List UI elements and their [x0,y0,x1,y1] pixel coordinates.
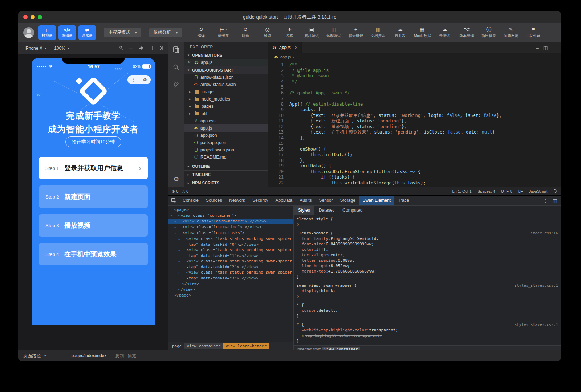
css-property[interactable]: font-family:PingFangSC-Semibold; [297,236,558,241]
simulator-button[interactable]: ▯模拟器 [38,25,56,40]
section-npm-scripts[interactable]: ▸NPM SCRIPTS [184,179,268,187]
file-row[interactable]: JSapp.js [184,124,268,132]
dom-tree-node[interactable]: ▸<view class="learn-header">…</view> [168,219,293,224]
style-rule[interactable]: element.style {} [294,215,561,229]
miniprogram-mode-dropdown[interactable]: 小程序模式▾ [104,28,141,37]
capsule-menu-button[interactable]: ⋮ [127,75,139,84]
stylesheet-source-link[interactable]: styles_slaves.css:1 [515,322,558,327]
devtools-tab-sensor[interactable]: Sensor [316,196,337,205]
cloud-dev-button[interactable]: ☁云开发 [392,26,409,38]
file-row[interactable]: <>arrow-status.swan [184,81,268,88]
open-changes-icon[interactable]: ≡ [536,45,539,50]
file-row[interactable]: {}arrow-status.json [184,74,268,81]
css-property[interactable]: text-align:center; [297,252,558,258]
preview-path-button[interactable]: 预览 [127,353,136,359]
css-property[interactable]: -webkit-tap-highlight-color:transparent; [297,327,558,333]
user-avatar[interactable] [23,27,34,38]
styles-tab-styles[interactable]: Styles [294,206,314,215]
dom-tree-node[interactable]: ▸<view class="learn-time">…</view> [168,224,293,230]
close-icon[interactable]: ✕ [294,45,298,50]
compile-button[interactable]: ↻编译 [193,26,210,38]
dom-tree-node[interactable]: ▸<view class="task status-pending swan-s… [168,258,293,270]
file-row[interactable]: {}app.json [184,132,268,139]
devtools-tab-console[interactable]: Console [179,196,202,205]
more-options-icon[interactable]: ⋮ [543,198,548,204]
dependency-analysis-dropdown[interactable]: 依赖分析▾ [149,28,182,37]
inspect-element-icon[interactable] [168,198,179,203]
open-editor-item[interactable]: ✕ JS app.js [184,59,268,66]
file-row[interactable]: ⓘREADME.md [184,154,268,161]
dom-breadcrumb-item[interactable]: view.learn-header [223,343,269,349]
bell-icon[interactable] [553,189,557,194]
open-editors-header[interactable]: ▾ OPEN EDITORS [184,52,268,59]
close-icon[interactable]: ✕ [188,59,192,66]
dom-tree-node[interactable]: ▸<view class="task status-pending swan-s… [168,270,293,281]
dom-tree-node[interactable]: ▾<view class="learn-tasks"> [168,230,293,236]
dom-tree-node[interactable]: ▾<page> [168,207,293,213]
dom-breadcrumb-item[interactable]: view.container [184,343,223,349]
user-login-icon[interactable] [118,45,123,51]
publish-button[interactable]: ✈发布 [281,26,298,38]
dom-tree-node[interactable]: </view> [168,281,293,287]
editor-button[interactable]: </>编辑器 [58,25,76,40]
cursor-position[interactable]: Ln 1, Col 1 [452,189,472,193]
search-suggest-button[interactable]: ⌖搜索建议 [348,26,364,38]
file-row[interactable]: ▸util [184,110,268,117]
version-control-button[interactable]: ⌥版本管理 [458,26,475,38]
devtools-tab-network[interactable]: Network [226,196,249,205]
collapse-panel-icon[interactable] [159,45,164,51]
devtools-tab-appdata[interactable]: AppData [272,196,296,205]
style-rule[interactable]: styles_slaves.css:1* {-webkit-tap-highli… [294,320,561,346]
errors-indicator[interactable]: ⊘ 0 [172,189,178,194]
devtools-tab-audits[interactable]: Audits [296,196,315,205]
refresh-button[interactable]: ↺刷新 [237,26,254,38]
inherited-selector-chip[interactable]: view.container [322,347,360,350]
feedback-button[interactable]: ✎问题反馈 [503,26,519,38]
css-property[interactable]: line-height:8.052vw; [297,263,558,269]
style-rule[interactable]: * {cursor:default;} [294,301,561,320]
css-property[interactable]: font-size:6.843999999999999vw; [297,241,558,247]
device-select[interactable]: iPhone X ▾ [22,46,49,51]
eol[interactable]: LF [518,189,523,193]
search-icon[interactable] [172,63,180,73]
debugger-button[interactable]: ⇄调试器 [78,25,96,40]
settings-gear-icon[interactable]: ⚙ [173,175,179,183]
more-actions-icon[interactable]: ⋯ [552,45,557,50]
clear-cache-button[interactable]: ▤▾清缓存 [215,26,232,38]
devtools-tab-swan-element[interactable]: Swan Element [359,196,394,205]
page-path-label[interactable]: 页面路径 [23,353,41,359]
git-branch-icon[interactable] [172,81,180,90]
remote-debug-button[interactable]: ◫远程调试 [325,26,342,38]
devtools-tab-security[interactable]: Security [249,196,272,205]
copy-path-button[interactable]: 复制 [115,353,124,359]
section-outline[interactable]: ▸OUTLINE [184,162,268,170]
real-device-debug-button[interactable]: ▣真机调试 [303,26,320,38]
language-mode[interactable]: JavaScript [529,189,547,193]
css-property[interactable]: letter-spacing:0.08vw; [297,258,558,263]
step-card[interactable]: Step 2新建页面 [39,185,148,208]
dom-tree-node[interactable]: </view> [168,287,293,293]
file-row[interactable]: ▸pages [184,103,268,110]
style-rule[interactable]: styles_slaves.css:1swan-view, swan-wrapp… [294,281,561,301]
devtools-tab-sources[interactable]: Sources [202,196,226,205]
cloud-test-button[interactable]: ☁云测试 [436,26,453,38]
dom-breadcrumb-item[interactable]: page [170,343,184,349]
css-property[interactable]: cursor:default; [297,308,558,313]
stylesheet-source-link[interactable]: styles_slaves.css:1 [515,283,558,288]
explorer-icon[interactable] [172,46,180,55]
section-timeline[interactable]: ▸TIMELINE [184,170,268,179]
stylesheet-source-link[interactable]: index.css:16 [531,230,558,236]
encoding[interactable]: UTF-8 [501,189,512,193]
devtools-tab-trace[interactable]: Trace [394,196,413,205]
style-rule[interactable]: index.css:16.learn-header {font-family:P… [294,229,561,281]
split-editor-icon[interactable]: ◫ [543,45,548,50]
css-property[interactable]: display:block; [297,288,558,294]
css-property[interactable]: ⚠tap-highlight-color:transparent; [297,333,558,338]
dev-guide-button[interactable]: ⚑开发引导 [525,26,541,38]
step-card[interactable]: Step 4在手机中预览效果 [39,243,148,265]
dom-tree-node[interactable]: ▸<view class="task status-working swan-s… [168,236,293,247]
tab-app-js[interactable]: JS app.js ✕ [268,42,302,53]
warnings-indicator[interactable]: △ 0 [182,189,188,194]
styles-tab-dataset[interactable]: Dataset [314,206,338,215]
device-frame-icon[interactable] [149,45,154,51]
